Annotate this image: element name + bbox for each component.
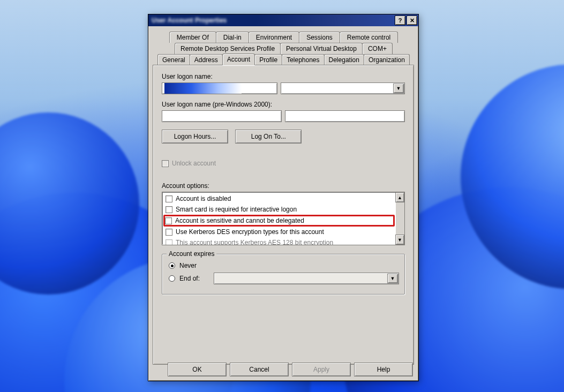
checkbox-icon[interactable]: [165, 217, 172, 224]
upn-prefix-input[interactable]: [162, 82, 277, 94]
chevron-down-icon[interactable]: ▼: [393, 84, 404, 93]
tab-address[interactable]: Address: [190, 54, 223, 65]
window-title: User Account Properties: [152, 17, 227, 24]
properties-dialog: User Account Properties ? ✕ Member Of Di…: [148, 14, 419, 381]
opt-text: This account supports Kerberos AES 128 b…: [176, 239, 333, 245]
tab-pvd[interactable]: Personal Virtual Desktop: [280, 43, 363, 54]
tab-com-plus[interactable]: COM+: [362, 43, 393, 54]
opt-smartcard-required[interactable]: Smart card is required for interactive l…: [163, 204, 395, 215]
account-expires-legend: Account expires: [167, 250, 216, 258]
expires-never-radio[interactable]: Never: [169, 262, 399, 269]
tab-member-of[interactable]: Member Of: [169, 32, 216, 43]
scrollbar[interactable]: ▲ ▼: [395, 192, 404, 245]
ok-button[interactable]: OK: [168, 363, 227, 376]
expires-endof-radio[interactable]: End of: ▼: [169, 273, 399, 284]
unlock-account-text: Unlock account: [172, 160, 216, 167]
account-options-list[interactable]: Account is disabled Smart card is requir…: [162, 192, 405, 245]
account-panel: User logon name: ▼ User logon name (pre-…: [153, 65, 414, 365]
opt-text: Smart card is required for interactive l…: [176, 206, 297, 213]
upn-prefix-value: [164, 83, 242, 94]
opt-text: Account is disabled: [176, 195, 231, 202]
checkbox-icon[interactable]: [166, 206, 172, 213]
tab-dial-in[interactable]: Dial-in: [216, 32, 249, 43]
tab-environment[interactable]: Environment: [249, 32, 299, 43]
scroll-up-icon[interactable]: ▲: [395, 192, 404, 202]
tab-account[interactable]: Account: [222, 54, 255, 65]
title-bar[interactable]: User Account Properties ? ✕: [148, 14, 418, 26]
tab-sessions[interactable]: Sessions: [299, 32, 340, 43]
checkbox-icon[interactable]: [166, 195, 172, 202]
logon-hours-button[interactable]: Logon Hours...: [162, 130, 228, 144]
radio-icon[interactable]: [169, 275, 175, 282]
opt-kerberos-des[interactable]: Use Kerberos DES encryption types for th…: [163, 227, 395, 237]
cancel-button[interactable]: Cancel: [230, 363, 289, 376]
help-button[interactable]: ?: [395, 16, 405, 25]
close-button[interactable]: ✕: [407, 16, 417, 25]
tab-organization[interactable]: Organization: [364, 54, 410, 65]
radio-icon[interactable]: [169, 262, 175, 269]
radio-label: Never: [179, 262, 197, 269]
prew2k-label: User logon name (pre-Windows 2000):: [162, 101, 405, 108]
tab-rds-profile[interactable]: Remote Desktop Services Profile: [175, 43, 281, 54]
upn-suffix-dropdown[interactable]: ▼: [281, 82, 405, 94]
account-options-label: Account options:: [162, 182, 405, 190]
checkbox-icon: [162, 160, 169, 167]
tab-strip: Member Of Dial-in Environment Sessions R…: [153, 32, 414, 365]
unlock-account-checkbox: Unlock account: [162, 160, 405, 167]
tab-profile[interactable]: Profile: [254, 54, 282, 65]
prew2k-name-input[interactable]: [285, 110, 405, 122]
opt-account-disabled[interactable]: Account is disabled: [163, 193, 395, 204]
tab-remote-control[interactable]: Remote control: [340, 32, 398, 43]
opt-text: Use Kerberos DES encryption types for th…: [176, 228, 324, 236]
scroll-down-icon[interactable]: ▼: [395, 235, 404, 245]
tab-telephones[interactable]: Telephones: [282, 54, 324, 65]
apply-button: Apply: [292, 363, 351, 376]
log-on-to-button[interactable]: Log On To...: [235, 130, 302, 144]
account-expires-group: Account expires Never End of: ▼: [162, 254, 405, 295]
dialog-buttons: OK Cancel Apply Help: [148, 363, 418, 376]
help-button-footer[interactable]: Help: [354, 363, 413, 376]
opt-sensitive-no-delegate[interactable]: Account is sensitive and cannot be deleg…: [163, 215, 395, 227]
tab-general[interactable]: General: [157, 54, 190, 65]
opt-text: Account is sensitive and cannot be deleg…: [175, 217, 304, 224]
prew2k-domain-input[interactable]: [162, 110, 282, 122]
tab-delegation[interactable]: Delegation: [324, 54, 364, 65]
logon-name-label: User logon name:: [162, 73, 405, 80]
checkbox-icon[interactable]: [166, 239, 172, 246]
radio-label: End of:: [179, 275, 200, 282]
expires-date-picker: ▼: [214, 273, 399, 284]
chevron-down-icon: ▼: [387, 274, 398, 283]
opt-kerberos-aes128[interactable]: This account supports Kerberos AES 128 b…: [163, 237, 395, 245]
checkbox-icon[interactable]: [166, 229, 172, 236]
